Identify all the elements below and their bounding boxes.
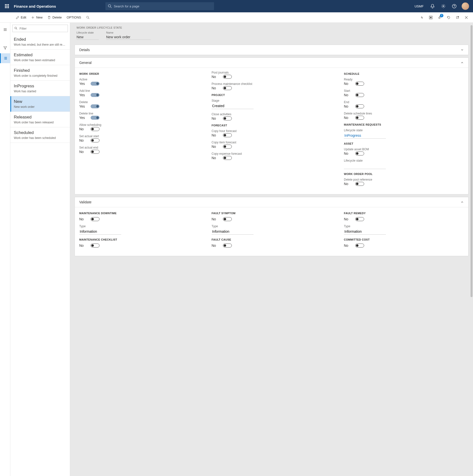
fc-value: No bbox=[212, 244, 219, 248]
fc-toggle[interactable] bbox=[223, 244, 232, 248]
delete-line-toggle[interactable] bbox=[91, 116, 99, 120]
page-header: WORK ORDER LIFECYCLE STATE Lifecycle sta… bbox=[75, 23, 469, 42]
options-button[interactable]: OPTIONS bbox=[64, 12, 84, 22]
copy-item-label: Copy item forecast bbox=[212, 141, 332, 144]
action-bar: Edit New Delete OPTIONS 0 bbox=[0, 12, 473, 23]
copy-expense-toggle[interactable] bbox=[223, 156, 232, 160]
help-icon[interactable] bbox=[449, 0, 460, 12]
name-value[interactable]: New work order bbox=[106, 35, 151, 40]
general-header[interactable]: General bbox=[75, 58, 468, 68]
fs-type-input[interactable] bbox=[212, 228, 254, 235]
end-toggle[interactable] bbox=[355, 104, 364, 108]
filter-input[interactable] bbox=[12, 25, 68, 32]
post-journals-toggle[interactable] bbox=[223, 75, 232, 79]
list-item[interactable]: EstimatedWork order has been estimated bbox=[10, 50, 70, 65]
delete-schedule-toggle[interactable] bbox=[355, 116, 364, 120]
fc-field: No bbox=[212, 244, 332, 248]
wo-pool-group-title: WORK ORDER POOL bbox=[344, 172, 464, 175]
update-bom-toggle[interactable] bbox=[355, 152, 364, 155]
notifications-icon[interactable] bbox=[427, 0, 438, 12]
list-item[interactable]: FinishedWork order is completely finishe… bbox=[10, 65, 70, 81]
main-pane: WORK ORDER LIFECYCLE STATE Lifecycle sta… bbox=[70, 23, 473, 476]
svg-rect-16 bbox=[430, 17, 432, 18]
f-cause-group-title: FAULT CAUSE bbox=[212, 238, 332, 241]
delete-pool-toggle[interactable] bbox=[355, 182, 364, 186]
popout-icon[interactable] bbox=[453, 12, 462, 23]
list-item[interactable]: InProgressWork has started bbox=[10, 81, 70, 96]
md-toggle[interactable] bbox=[91, 217, 99, 221]
list-item-title: New bbox=[14, 99, 66, 104]
search-input[interactable] bbox=[105, 2, 214, 10]
user-avatar[interactable] bbox=[462, 2, 469, 10]
list-pane: EndedWork has ended, but there are still… bbox=[10, 23, 70, 476]
details-header[interactable]: Details bbox=[75, 45, 468, 55]
filter-icon[interactable] bbox=[0, 43, 10, 53]
office-icon[interactable] bbox=[427, 12, 435, 23]
mr-lifecycle-input[interactable] bbox=[344, 133, 386, 139]
list-item[interactable]: ReleasedWork order has been released bbox=[10, 112, 70, 127]
cc-toggle[interactable] bbox=[355, 244, 364, 248]
stage-input[interactable] bbox=[212, 103, 254, 109]
new-button[interactable]: New bbox=[29, 12, 45, 22]
set-actual-end-toggle[interactable] bbox=[91, 150, 99, 154]
company-label[interactable]: USMF bbox=[411, 4, 427, 8]
app-launcher-icon[interactable] bbox=[2, 4, 12, 8]
start-field: Start No bbox=[344, 89, 464, 97]
list-item-title: Released bbox=[14, 115, 66, 120]
delete-pool-value: No bbox=[344, 182, 351, 186]
list-item[interactable]: EndedWork has ended, but there are still… bbox=[10, 34, 70, 50]
list-icon[interactable] bbox=[0, 53, 10, 63]
list-item[interactable]: NewNew work order bbox=[10, 96, 70, 112]
copy-hour-toggle[interactable] bbox=[223, 133, 232, 137]
copy-item-toggle[interactable] bbox=[223, 145, 232, 149]
delete-line-label: Delete line bbox=[79, 112, 199, 115]
copy-hour-field: Copy hour forecast No bbox=[212, 129, 332, 137]
settings-icon[interactable] bbox=[438, 0, 449, 12]
ready-toggle[interactable] bbox=[355, 82, 364, 86]
allow-scheduling-toggle[interactable] bbox=[91, 127, 99, 131]
copy-hour-value: No bbox=[212, 133, 219, 137]
list-item-title: Ended bbox=[14, 37, 66, 42]
end-field: End No bbox=[344, 100, 464, 108]
state-label: Lifecycle state bbox=[77, 31, 99, 34]
close-activities-toggle[interactable] bbox=[223, 116, 232, 120]
active-toggle[interactable] bbox=[91, 82, 99, 86]
validate-header[interactable]: Validate bbox=[75, 197, 468, 207]
fr-type-field: Type bbox=[344, 225, 464, 235]
delete-toggle[interactable] bbox=[91, 104, 99, 108]
close-icon[interactable] bbox=[462, 12, 471, 23]
start-toggle[interactable] bbox=[355, 93, 364, 97]
set-actual-start-toggle[interactable] bbox=[91, 138, 99, 142]
state-value[interactable]: New bbox=[77, 35, 99, 40]
attachments-icon[interactable]: 0 bbox=[435, 12, 444, 23]
delete-schedule-field: Delete schedule lines No bbox=[344, 112, 464, 120]
edit-button[interactable]: Edit bbox=[13, 12, 29, 22]
search-wrap bbox=[105, 2, 214, 10]
set-actual-start-field: Set actual start No bbox=[79, 134, 199, 142]
list-item-title: Estimated bbox=[14, 53, 66, 57]
filter-search-icon bbox=[14, 27, 18, 30]
link-icon[interactable] bbox=[418, 12, 426, 23]
hamburger-icon[interactable] bbox=[0, 25, 10, 35]
fs-toggle[interactable] bbox=[223, 217, 232, 221]
svg-point-13 bbox=[86, 16, 88, 18]
fr-field: No bbox=[344, 217, 464, 221]
scrollbar[interactable] bbox=[471, 23, 473, 476]
set-actual-end-field: Set actual end No bbox=[79, 146, 199, 154]
list-item[interactable]: ScheduledWork order has been scheduled bbox=[10, 127, 70, 143]
md-type-input[interactable] bbox=[79, 228, 121, 235]
svg-rect-8 bbox=[8, 7, 9, 8]
fr-toggle[interactable] bbox=[355, 217, 364, 221]
find-button[interactable] bbox=[84, 12, 92, 22]
add-line-toggle[interactable] bbox=[91, 93, 99, 97]
delete-button[interactable]: Delete bbox=[45, 12, 64, 22]
asset-lifecycle-input[interactable] bbox=[344, 163, 386, 169]
refresh-icon[interactable] bbox=[444, 12, 453, 23]
fr-type-input[interactable] bbox=[344, 228, 386, 235]
copy-expense-field: Copy expense forecast No bbox=[212, 152, 332, 160]
mc-toggle[interactable] bbox=[91, 244, 99, 248]
list-item-sub: Work order has been scheduled bbox=[14, 136, 66, 140]
delete-pool-field: Delete pool reference No bbox=[344, 178, 464, 186]
m-checklist-group-title: MAINTENANCE CHECKLIST bbox=[79, 238, 199, 241]
process-checklist-toggle[interactable] bbox=[223, 86, 232, 90]
